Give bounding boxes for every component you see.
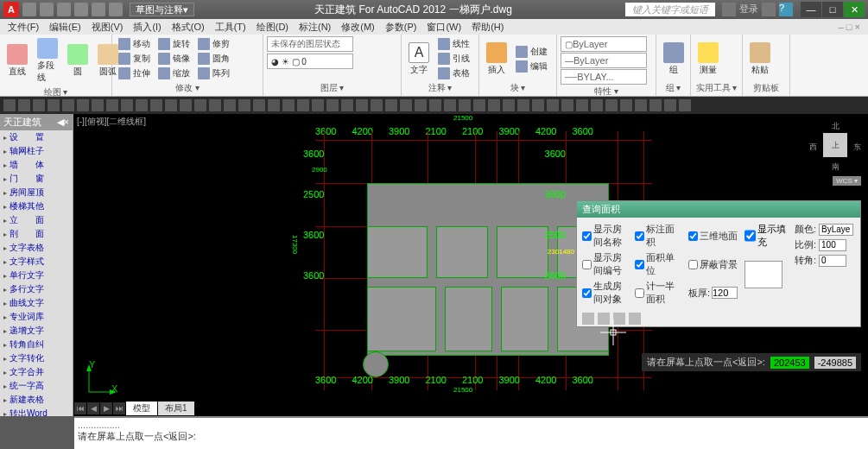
tb-icon[interactable]: [664, 99, 676, 111]
menu-modify[interactable]: 修改(M): [337, 20, 379, 35]
tb-icon[interactable]: [77, 99, 89, 111]
tb-icon[interactable]: [400, 99, 412, 111]
tb-icon[interactable]: [532, 99, 544, 111]
sidebar-item[interactable]: 多行文字: [0, 282, 73, 296]
viewport-label[interactable]: [-][俯视][二维线框]: [77, 116, 146, 128]
mirror-tool[interactable]: 镜像: [155, 52, 193, 66]
tb-icon[interactable]: [18, 99, 30, 111]
sidebar-item[interactable]: 墙 体: [0, 158, 73, 172]
tb-icon[interactable]: [356, 99, 368, 111]
table-tool[interactable]: 表格: [435, 66, 472, 80]
chk-area-unit[interactable]: 面积单位: [635, 251, 681, 277]
tb-icon[interactable]: [165, 99, 177, 111]
infocenter-icon[interactable]: [722, 3, 736, 16]
chk-room-num[interactable]: 显示房间编号: [582, 251, 628, 277]
login-button[interactable]: 登录: [739, 3, 758, 16]
tab-last-icon[interactable]: ⏭: [113, 402, 125, 414]
tb-icon[interactable]: [371, 99, 383, 111]
sidebar-item[interactable]: 新建表格: [0, 393, 73, 407]
tb-icon[interactable]: [268, 99, 280, 111]
tb-icon[interactable]: [503, 99, 515, 111]
chk-gen-room[interactable]: 生成房间对象: [582, 280, 628, 306]
menu-draw[interactable]: 绘图(D): [252, 20, 293, 35]
tb-icon[interactable]: [326, 99, 339, 111]
line-tool[interactable]: 直线: [3, 42, 31, 79]
menu-format[interactable]: 格式(O): [168, 20, 209, 35]
sidebar-item[interactable]: 房间屋顶: [0, 186, 73, 199]
sidebar-item[interactable]: 立 面: [0, 213, 73, 227]
tb-icon[interactable]: [561, 99, 573, 111]
menu-dim[interactable]: 标注(N): [295, 20, 335, 35]
tb-icon[interactable]: [385, 99, 397, 111]
sidebar-item[interactable]: 门 窗: [0, 172, 73, 186]
menu-tools[interactable]: 工具(T): [211, 20, 250, 35]
sidebar-item[interactable]: 曲线文字: [0, 296, 73, 310]
tb-icon[interactable]: [253, 99, 265, 111]
tb-icon[interactable]: [679, 99, 691, 111]
layer-state-combo[interactable]: 未保存的图层状态: [267, 36, 353, 52]
tb-icon[interactable]: [209, 99, 221, 111]
dlg-btn-icon[interactable]: [629, 313, 641, 325]
qat-save-icon[interactable]: [57, 3, 71, 16]
sidebar-item[interactable]: 单行文字: [0, 269, 73, 282]
dlg-btn-icon[interactable]: [582, 313, 594, 325]
sidebar-item[interactable]: 专业词库: [0, 310, 73, 324]
tb-icon[interactable]: [33, 99, 45, 111]
sidebar-item[interactable]: 文字表格: [0, 241, 73, 255]
fillet-tool[interactable]: 圆角: [195, 52, 232, 66]
chk-3d-floor[interactable]: 三维地面: [688, 223, 738, 249]
circle-tool[interactable]: 圆: [64, 42, 92, 79]
tab-first-icon[interactable]: ⏮: [74, 402, 86, 414]
angle-input[interactable]: [819, 255, 846, 267]
tb-icon[interactable]: [92, 99, 104, 111]
slab-input[interactable]: [712, 287, 738, 299]
qat-undo-icon[interactable]: [74, 3, 88, 16]
tb-icon[interactable]: [48, 99, 60, 111]
stretch-tool[interactable]: 拉伸: [116, 66, 153, 80]
tb-icon[interactable]: [415, 99, 427, 111]
exchange-icon[interactable]: [762, 3, 776, 16]
hatch-preview[interactable]: [744, 261, 782, 288]
tb-icon[interactable]: [591, 99, 603, 111]
maximize-button[interactable]: □: [822, 2, 843, 17]
measure-tool[interactable]: 测量: [694, 41, 722, 78]
tb-icon[interactable]: [180, 99, 192, 111]
tb-icon[interactable]: [297, 99, 309, 111]
sidebar-item[interactable]: 设 置: [0, 130, 73, 144]
edit-block-tool[interactable]: 编辑: [513, 60, 550, 73]
tb-icon[interactable]: [238, 99, 250, 111]
tb-icon[interactable]: [488, 99, 500, 111]
chk-mask-bg[interactable]: 屏蔽背景: [688, 251, 738, 277]
layer-combo[interactable]: ◕ ☀ ▢ 0: [267, 54, 353, 69]
app-logo[interactable]: A: [3, 2, 19, 17]
close-button[interactable]: ✕: [844, 2, 865, 17]
drawing-canvas[interactable]: [-][俯视][二维线框] 21500 36004200390021002100…: [73, 114, 868, 416]
qat-print-icon[interactable]: [109, 3, 123, 16]
tb-icon[interactable]: [62, 99, 74, 111]
sidebar-item[interactable]: 文字合并: [0, 365, 73, 379]
menu-window[interactable]: 窗口(W): [422, 20, 466, 35]
view-cube[interactable]: 北 南 西 东 上: [809, 121, 861, 173]
wcs-badge[interactable]: WCS ▾: [833, 176, 861, 186]
sidebar-item[interactable]: 转角自纠: [0, 338, 73, 351]
tb-icon[interactable]: [150, 99, 162, 111]
copy-tool[interactable]: 复制: [116, 52, 153, 66]
tb-icon[interactable]: [576, 99, 588, 111]
menu-param[interactable]: 参数(P): [381, 20, 421, 35]
lineweight-combo[interactable]: — ByLayer: [561, 53, 647, 68]
tb-icon[interactable]: [341, 99, 353, 111]
polyline-tool[interactable]: 多段线: [34, 36, 61, 85]
group-tool[interactable]: 组: [660, 41, 687, 78]
sidebar-item[interactable]: 转出Word: [0, 407, 73, 416]
linetype-combo[interactable]: ── BYLAY...: [561, 69, 647, 85]
move-tool[interactable]: 移动: [116, 37, 153, 51]
workspace-dropdown[interactable]: 草图与注释 ▾: [130, 3, 194, 16]
tb-icon[interactable]: [649, 99, 662, 111]
paste-tool[interactable]: 粘贴: [746, 41, 774, 78]
menu-file[interactable]: 文件(F): [3, 20, 43, 35]
sidebar-close-icon[interactable]: ◀×: [57, 117, 69, 128]
array-tool[interactable]: 阵列: [195, 66, 232, 80]
chk-show-fill[interactable]: 显示填充: [744, 223, 788, 249]
tb-icon[interactable]: [106, 99, 118, 111]
tb-icon[interactable]: [444, 99, 456, 111]
